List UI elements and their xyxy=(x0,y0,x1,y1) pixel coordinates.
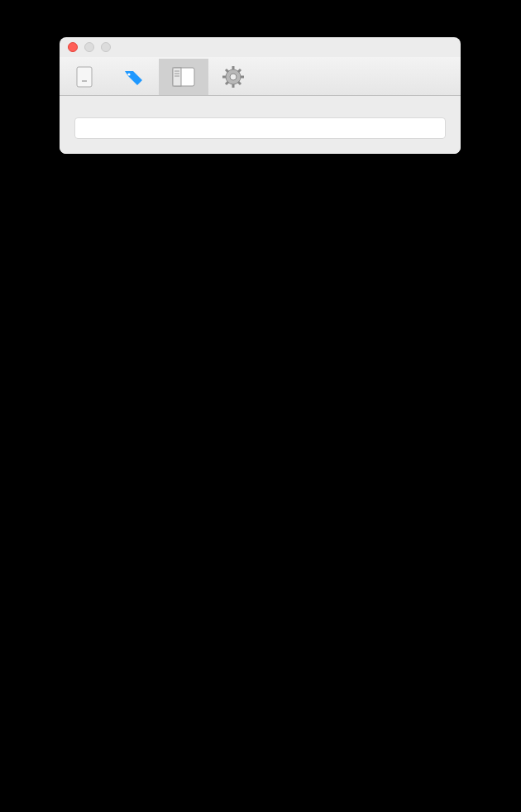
zoom-button[interactable] xyxy=(101,42,111,52)
general-icon xyxy=(71,64,98,90)
tab-general[interactable] xyxy=(60,59,109,95)
gear-icon xyxy=(220,64,246,90)
titlebar[interactable] xyxy=(60,37,461,57)
svg-rect-1 xyxy=(82,80,87,82)
svg-line-15 xyxy=(238,82,241,84)
tab-tags[interactable] xyxy=(109,59,159,95)
preferences-window xyxy=(60,37,461,154)
close-button[interactable] xyxy=(68,42,78,52)
toolbar xyxy=(60,57,461,96)
svg-line-17 xyxy=(226,82,228,84)
window-controls xyxy=(68,42,111,52)
sidebar-items-panel xyxy=(74,117,446,139)
svg-line-16 xyxy=(238,69,241,72)
tab-advanced[interactable] xyxy=(208,59,258,95)
minimize-button[interactable] xyxy=(84,42,94,52)
svg-rect-0 xyxy=(77,67,92,87)
svg-rect-4 xyxy=(173,68,181,86)
content-area xyxy=(60,96,461,154)
tags-icon xyxy=(121,64,147,90)
sidebar-icon xyxy=(170,64,197,90)
svg-line-14 xyxy=(226,69,228,72)
tab-sidebar[interactable] xyxy=(159,59,208,95)
svg-point-9 xyxy=(230,74,237,80)
svg-point-2 xyxy=(127,73,130,75)
